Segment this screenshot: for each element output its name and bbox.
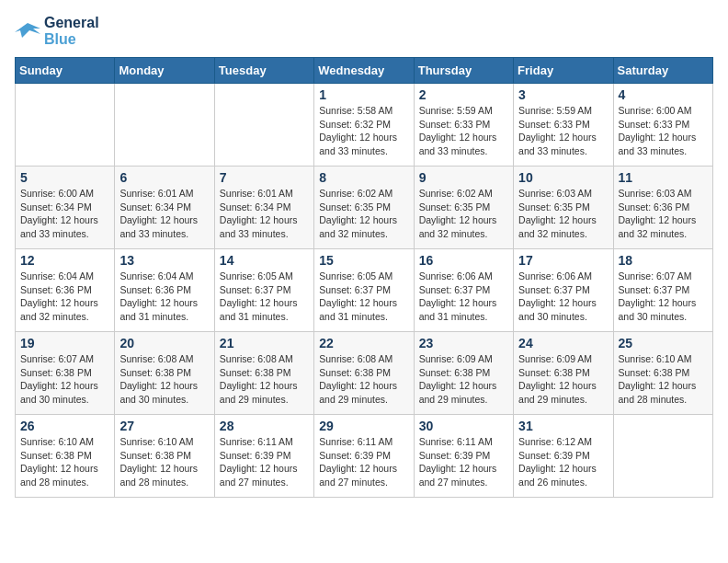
weekday-header: Thursday <box>414 58 513 84</box>
day-number: 1 <box>319 87 408 102</box>
calendar-cell: 7Sunrise: 6:01 AM Sunset: 6:34 PM Daylig… <box>214 167 313 249</box>
day-number: 19 <box>20 336 109 350</box>
weekday-header: Sunday <box>16 58 115 84</box>
calendar-week-row: 5Sunrise: 6:00 AM Sunset: 6:34 PM Daylig… <box>16 167 713 249</box>
day-number: 27 <box>119 419 209 433</box>
calendar-cell: 30Sunrise: 6:11 AM Sunset: 6:39 PM Dayli… <box>414 415 513 498</box>
calendar-cell: 10Sunrise: 6:03 AM Sunset: 6:35 PM Dayli… <box>514 167 613 249</box>
page-header: General Blue <box>15 15 713 48</box>
day-number: 23 <box>419 336 508 350</box>
calendar-cell: 27Sunrise: 6:10 AM Sunset: 6:38 PM Dayli… <box>115 415 214 498</box>
weekday-header: Saturday <box>613 58 712 84</box>
day-info: Sunrise: 6:00 AM Sunset: 6:34 PM Dayligh… <box>20 187 109 241</box>
day-number: 16 <box>419 253 508 268</box>
day-number: 11 <box>619 170 708 185</box>
day-info: Sunrise: 6:04 AM Sunset: 6:36 PM Dayligh… <box>119 270 209 324</box>
day-info: Sunrise: 6:03 AM Sunset: 6:36 PM Dayligh… <box>619 187 708 241</box>
calendar-cell: 29Sunrise: 6:11 AM Sunset: 6:39 PM Dayli… <box>314 415 414 498</box>
calendar-week-row: 26Sunrise: 6:10 AM Sunset: 6:38 PM Dayli… <box>16 415 713 498</box>
calendar-cell <box>115 84 214 167</box>
calendar-week-row: 19Sunrise: 6:07 AM Sunset: 6:38 PM Dayli… <box>16 332 713 415</box>
weekday-header: Friday <box>514 58 613 84</box>
day-number: 8 <box>319 170 408 185</box>
calendar-header: SundayMondayTuesdayWednesdayThursdayFrid… <box>16 58 713 84</box>
day-number: 13 <box>119 253 209 268</box>
day-info: Sunrise: 6:01 AM Sunset: 6:34 PM Dayligh… <box>119 187 209 241</box>
day-info: Sunrise: 6:10 AM Sunset: 6:38 PM Dayligh… <box>20 435 109 489</box>
calendar-cell: 20Sunrise: 6:08 AM Sunset: 6:38 PM Dayli… <box>115 332 214 415</box>
day-number: 4 <box>619 87 708 102</box>
calendar-cell <box>613 415 712 498</box>
day-number: 5 <box>20 170 109 185</box>
day-info: Sunrise: 6:11 AM Sunset: 6:39 PM Dayligh… <box>319 435 408 489</box>
calendar-table: SundayMondayTuesdayWednesdayThursdayFrid… <box>15 57 713 498</box>
calendar-cell: 23Sunrise: 6:09 AM Sunset: 6:38 PM Dayli… <box>414 332 513 415</box>
day-info: Sunrise: 6:06 AM Sunset: 6:37 PM Dayligh… <box>419 270 508 324</box>
svg-marker-0 <box>15 23 40 38</box>
day-info: Sunrise: 5:59 AM Sunset: 6:33 PM Dayligh… <box>518 104 608 158</box>
calendar-cell: 24Sunrise: 6:09 AM Sunset: 6:38 PM Dayli… <box>514 332 613 415</box>
day-info: Sunrise: 6:09 AM Sunset: 6:38 PM Dayligh… <box>518 352 608 407</box>
day-info: Sunrise: 6:05 AM Sunset: 6:37 PM Dayligh… <box>220 270 309 324</box>
calendar-cell: 4Sunrise: 6:00 AM Sunset: 6:33 PM Daylig… <box>613 84 712 167</box>
day-number: 20 <box>119 336 209 350</box>
day-number: 22 <box>319 336 408 350</box>
day-number: 24 <box>518 336 608 350</box>
day-info: Sunrise: 6:03 AM Sunset: 6:35 PM Dayligh… <box>518 187 608 241</box>
calendar-cell: 2Sunrise: 5:59 AM Sunset: 6:33 PM Daylig… <box>414 84 513 167</box>
calendar-cell: 25Sunrise: 6:10 AM Sunset: 6:38 PM Dayli… <box>613 332 712 415</box>
day-number: 2 <box>419 87 508 102</box>
calendar-cell: 31Sunrise: 6:12 AM Sunset: 6:39 PM Dayli… <box>514 415 613 498</box>
day-info: Sunrise: 6:04 AM Sunset: 6:36 PM Dayligh… <box>20 270 109 324</box>
day-number: 17 <box>518 253 608 268</box>
calendar-cell: 13Sunrise: 6:04 AM Sunset: 6:36 PM Dayli… <box>115 249 214 332</box>
day-info: Sunrise: 5:59 AM Sunset: 6:33 PM Dayligh… <box>419 104 508 158</box>
logo-icon <box>15 21 40 41</box>
day-info: Sunrise: 6:01 AM Sunset: 6:34 PM Dayligh… <box>220 187 309 241</box>
weekday-header: Monday <box>115 58 214 84</box>
day-info: Sunrise: 6:10 AM Sunset: 6:38 PM Dayligh… <box>119 435 209 489</box>
calendar-cell: 16Sunrise: 6:06 AM Sunset: 6:37 PM Dayli… <box>414 249 513 332</box>
weekday-header: Wednesday <box>314 58 414 84</box>
day-number: 29 <box>319 419 408 433</box>
day-number: 9 <box>419 170 508 185</box>
day-number: 21 <box>220 336 309 350</box>
day-number: 30 <box>419 419 508 433</box>
day-info: Sunrise: 6:08 AM Sunset: 6:38 PM Dayligh… <box>119 352 209 407</box>
calendar-cell: 3Sunrise: 5:59 AM Sunset: 6:33 PM Daylig… <box>514 84 613 167</box>
calendar-cell: 21Sunrise: 6:08 AM Sunset: 6:38 PM Dayli… <box>214 332 313 415</box>
day-info: Sunrise: 6:08 AM Sunset: 6:38 PM Dayligh… <box>319 352 408 407</box>
calendar-cell: 11Sunrise: 6:03 AM Sunset: 6:36 PM Dayli… <box>613 167 712 249</box>
day-number: 12 <box>20 253 109 268</box>
calendar-week-row: 12Sunrise: 6:04 AM Sunset: 6:36 PM Dayli… <box>16 249 713 332</box>
day-number: 7 <box>220 170 309 185</box>
calendar-cell: 14Sunrise: 6:05 AM Sunset: 6:37 PM Dayli… <box>214 249 313 332</box>
calendar-week-row: 1Sunrise: 5:58 AM Sunset: 6:32 PM Daylig… <box>16 84 713 167</box>
calendar-cell <box>16 84 115 167</box>
day-info: Sunrise: 6:02 AM Sunset: 6:35 PM Dayligh… <box>319 187 408 241</box>
day-number: 10 <box>518 170 608 185</box>
day-info: Sunrise: 5:58 AM Sunset: 6:32 PM Dayligh… <box>319 104 408 158</box>
day-info: Sunrise: 6:06 AM Sunset: 6:37 PM Dayligh… <box>518 270 608 324</box>
calendar-cell: 19Sunrise: 6:07 AM Sunset: 6:38 PM Dayli… <box>16 332 115 415</box>
weekday-header: Tuesday <box>214 58 313 84</box>
day-number: 14 <box>220 253 309 268</box>
day-info: Sunrise: 6:07 AM Sunset: 6:37 PM Dayligh… <box>619 270 708 324</box>
calendar-cell: 5Sunrise: 6:00 AM Sunset: 6:34 PM Daylig… <box>16 167 115 249</box>
day-number: 3 <box>518 87 608 102</box>
day-info: Sunrise: 6:08 AM Sunset: 6:38 PM Dayligh… <box>220 352 309 407</box>
day-info: Sunrise: 6:12 AM Sunset: 6:39 PM Dayligh… <box>518 435 608 489</box>
day-number: 18 <box>619 253 708 268</box>
weekday-row: SundayMondayTuesdayWednesdayThursdayFrid… <box>16 58 713 84</box>
day-number: 15 <box>319 253 408 268</box>
day-number: 26 <box>20 419 109 433</box>
calendar-cell: 28Sunrise: 6:11 AM Sunset: 6:39 PM Dayli… <box>214 415 313 498</box>
day-info: Sunrise: 6:09 AM Sunset: 6:38 PM Dayligh… <box>419 352 508 407</box>
calendar-cell <box>214 84 313 167</box>
day-number: 6 <box>119 170 209 185</box>
calendar-cell: 9Sunrise: 6:02 AM Sunset: 6:35 PM Daylig… <box>414 167 513 249</box>
calendar-cell: 6Sunrise: 6:01 AM Sunset: 6:34 PM Daylig… <box>115 167 214 249</box>
day-info: Sunrise: 6:10 AM Sunset: 6:38 PM Dayligh… <box>619 352 708 407</box>
calendar-cell: 18Sunrise: 6:07 AM Sunset: 6:37 PM Dayli… <box>613 249 712 332</box>
day-info: Sunrise: 6:07 AM Sunset: 6:38 PM Dayligh… <box>20 352 109 407</box>
